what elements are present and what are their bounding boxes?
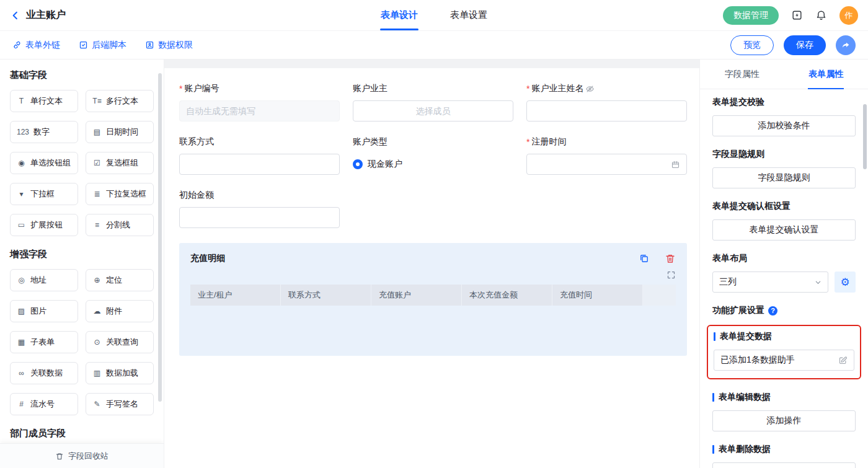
field-chip-label: 单选按钮组 — [30, 157, 71, 169]
enhanced-fields-grid: ◎地址 ⊕定位 ▨图片 ☁附件 ▦子表单 ⊙关联查询 ∞关联数据 ▥数据加载 #… — [10, 269, 154, 415]
eye-off-icon — [585, 84, 595, 94]
field-owner-name[interactable]: * 账户业主姓名 — [526, 83, 687, 121]
field-label: 账户业主 — [353, 83, 388, 94]
app-window: 业主账户 表单设计 表单设置 数据管理 作 表单外链 后端脚本 数据权限 预览 … — [0, 0, 868, 468]
field-chip-attachment[interactable]: ☁附件 — [86, 300, 154, 322]
single-text-icon: T — [17, 97, 26, 105]
field-chip-address[interactable]: ◎地址 — [10, 269, 78, 291]
section-title-enhanced-fields: 增强字段 — [10, 249, 154, 260]
field-chip-data-load[interactable]: ▥数据加载 — [86, 362, 154, 384]
delete-data-add-button[interactable]: 添加操作 — [712, 462, 856, 468]
field-chip-single-text[interactable]: T单行文本 — [10, 90, 78, 112]
field-label: 账户编号 — [184, 83, 219, 94]
field-chip-subform[interactable]: ▦子表单 — [10, 331, 78, 353]
image-icon: ▨ — [17, 307, 26, 316]
app-window-icon[interactable] — [791, 9, 803, 21]
add-validation-button[interactable]: 添加校验条件 — [712, 115, 856, 136]
tool-link-label: 表单外链 — [25, 40, 60, 51]
visibility-rules-button[interactable]: 字段显隐规则 — [712, 167, 856, 188]
register-time-input[interactable] — [526, 154, 687, 175]
back-button[interactable] — [10, 10, 21, 21]
field-chip-serial-number[interactable]: #流水号 — [10, 393, 78, 415]
subform-recharge-detail[interactable]: 充值明细 业主/租户 联系方式 充值账户 本次充值金额 — [179, 243, 687, 356]
avatar[interactable]: 作 — [839, 6, 858, 25]
field-account-type[interactable]: 账户类型 现金账户 — [353, 136, 513, 175]
sidebar-scrollbar[interactable] — [158, 73, 162, 402]
field-chip-label: 子表单 — [30, 337, 55, 348]
layout-settings-button[interactable]: ⚙ — [835, 272, 856, 293]
field-chip-divider[interactable]: ≡分割线 — [86, 214, 154, 236]
field-chip-signature[interactable]: ✎手写签名 — [86, 393, 154, 415]
form-card: *账户编号 账户业主 * 账户业主姓名 — [164, 68, 699, 468]
form-canvas: *账户编号 账户业主 * 账户业主姓名 — [164, 60, 699, 468]
field-chip-multi-text[interactable]: T≡多行文本 — [86, 90, 154, 112]
submit-data-value[interactable]: 已添加1条数据助手 — [714, 350, 854, 371]
field-chip-dropdown[interactable]: ▾下拉框 — [10, 183, 78, 205]
subform-column-header: 联系方式 — [281, 285, 371, 306]
required-mark: * — [526, 137, 529, 147]
field-chip-image[interactable]: ▨图片 — [10, 300, 78, 322]
field-chip-radio-group[interactable]: ◉单选按钮组 — [10, 152, 78, 174]
field-chip-label: 附件 — [106, 306, 122, 317]
owner-name-input[interactable] — [526, 100, 687, 121]
delete-icon[interactable] — [665, 253, 676, 264]
edit-data-add-button[interactable]: 添加操作 — [712, 410, 856, 431]
serial-number-icon: # — [17, 400, 26, 408]
field-recycle-bin[interactable]: 字段回收站 — [0, 443, 164, 468]
share-button[interactable] — [836, 35, 856, 55]
cash-account-radio[interactable]: 现金账户 — [353, 154, 513, 175]
field-chip-relation-data[interactable]: ∞关联数据 — [10, 362, 78, 384]
account-owner-input[interactable] — [353, 100, 513, 121]
field-chip-number[interactable]: 123数字 — [10, 121, 78, 143]
field-account-owner[interactable]: 账户业主 — [353, 83, 513, 121]
field-contact[interactable]: 联系方式 — [179, 136, 340, 175]
edit-data-title: 表单编辑数据 — [719, 392, 771, 403]
field-chip-checkbox-group[interactable]: ☑复选框组 — [86, 152, 154, 174]
extensions-title: 功能扩展设置 — [712, 305, 764, 316]
preview-button[interactable]: 预览 — [730, 35, 774, 55]
field-register-time[interactable]: *注册时间 — [526, 136, 687, 175]
data-permission-button[interactable]: 数据权限 — [145, 40, 193, 51]
tab-form-settings[interactable]: 表单设置 — [450, 0, 487, 30]
field-chip-location[interactable]: ⊕定位 — [86, 269, 154, 291]
contact-input[interactable] — [179, 154, 340, 175]
backend-script-button[interactable]: 后端脚本 — [79, 40, 126, 51]
form-external-link-button[interactable]: 表单外链 — [12, 40, 60, 51]
initial-amount-input[interactable] — [179, 207, 340, 228]
tab-form-properties[interactable]: 表单属性 — [784, 60, 868, 89]
recycle-bin-icon — [55, 452, 64, 461]
help-icon[interactable]: ? — [768, 306, 777, 316]
subform-column-header: 充值时间 — [552, 285, 643, 306]
tab-form-design[interactable]: 表单设计 — [381, 0, 418, 30]
field-label: 联系方式 — [179, 136, 214, 148]
save-button[interactable]: 保存 — [784, 35, 826, 55]
edit-icon[interactable] — [838, 356, 848, 365]
page-title: 业主账户 — [26, 9, 66, 22]
bell-icon[interactable] — [815, 9, 827, 21]
field-chip-datetime[interactable]: ▤日期时间 — [86, 121, 154, 143]
copy-icon[interactable] — [639, 253, 650, 264]
field-chip-label: 下拉框 — [30, 188, 55, 200]
script-icon — [79, 40, 88, 50]
tab-field-properties[interactable]: 字段属性 — [700, 60, 784, 89]
confirm-dialog-button[interactable]: 表单提交确认设置 — [712, 219, 856, 241]
field-initial-amount[interactable]: 初始金额 — [179, 190, 340, 228]
subform-title: 充值明细 — [190, 253, 225, 264]
field-account-no[interactable]: *账户编号 — [179, 83, 340, 121]
panel-scrollbar[interactable] — [863, 104, 867, 169]
field-chip-extend-button[interactable]: ▭扩展按钮 — [10, 214, 78, 236]
dropdown-icon: ▾ — [17, 190, 26, 198]
section-title-member-fields: 部门成员字段 — [10, 428, 154, 439]
field-chip-dropdown-multi[interactable]: ≣下拉复选框 — [86, 183, 154, 205]
data-manage-button[interactable]: 数据管理 — [723, 6, 779, 25]
layout-select[interactable]: 三列 — [712, 272, 828, 293]
permission-icon — [145, 40, 154, 50]
subform-column-header: 业主/租户 — [190, 285, 281, 306]
required-mark: * — [179, 84, 182, 94]
account-no-input[interactable] — [179, 100, 340, 121]
heading-submit-validation: 表单提交校验 — [712, 97, 856, 108]
radio-selected-icon — [353, 159, 363, 169]
field-chip-relation-query[interactable]: ⊙关联查询 — [86, 331, 154, 353]
expand-icon[interactable] — [666, 270, 676, 280]
link-icon — [12, 40, 22, 50]
